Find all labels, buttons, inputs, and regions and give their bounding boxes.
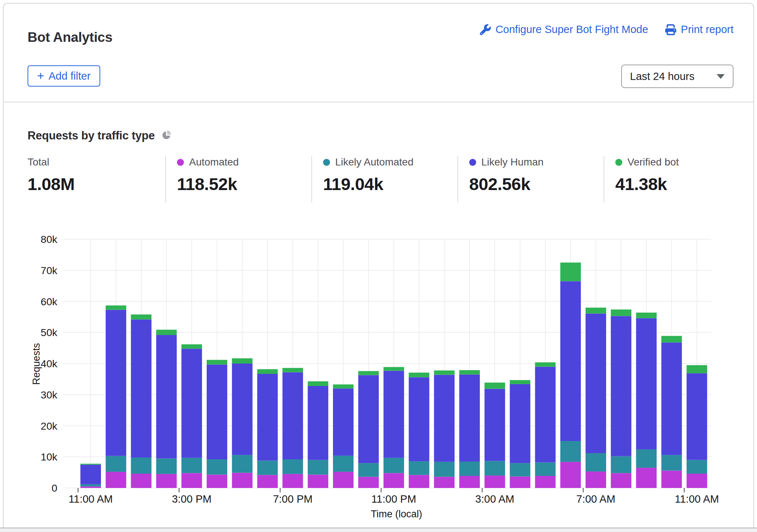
bar-segment-likely-automated[interactable] xyxy=(611,456,631,473)
bar-segment-likely-automated[interactable] xyxy=(687,460,707,474)
bar-segment-verified-bot[interactable] xyxy=(459,370,480,375)
bar-segment-verified-bot[interactable] xyxy=(510,380,530,384)
time-range-dropdown[interactable]: Last 24 hours xyxy=(621,65,734,88)
bar-segment-likely-human[interactable] xyxy=(535,367,555,462)
bar-segment-likely-human[interactable] xyxy=(611,316,631,456)
bar-segment-likely-human[interactable] xyxy=(106,310,126,456)
bar-segment-automated[interactable] xyxy=(131,474,152,488)
bar-segment-likely-automated[interactable] xyxy=(232,455,253,473)
bar-segment-automated[interactable] xyxy=(459,476,480,488)
stat-likely-human[interactable]: Likely Human 802.56k xyxy=(469,156,544,194)
bar-segment-verified-bot[interactable] xyxy=(282,368,303,372)
bar-segment-automated[interactable] xyxy=(485,475,505,488)
bar-segment-likely-human[interactable] xyxy=(207,365,227,459)
bar-segment-likely-automated[interactable] xyxy=(560,441,581,462)
bar-segment-likely-automated[interactable] xyxy=(384,458,404,473)
bar-segment-likely-human[interactable] xyxy=(459,375,480,462)
bar-segment-likely-automated[interactable] xyxy=(434,462,454,477)
bar-segment-automated[interactable] xyxy=(207,475,227,488)
bar-segment-likely-automated[interactable] xyxy=(485,461,505,475)
bar-segment-automated[interactable] xyxy=(687,474,707,488)
bar-segment-automated[interactable] xyxy=(333,472,354,488)
bar-segment-automated[interactable] xyxy=(181,473,202,488)
bar-segment-likely-automated[interactable] xyxy=(661,455,682,470)
bar-segment-likely-human[interactable] xyxy=(586,314,606,453)
bar-segment-likely-automated[interactable] xyxy=(333,456,354,472)
bar-segment-likely-human[interactable] xyxy=(257,374,278,460)
bar-segment-verified-bot[interactable] xyxy=(232,358,253,364)
bar-segment-verified-bot[interactable] xyxy=(535,362,555,367)
bar-segment-automated[interactable] xyxy=(282,474,303,488)
bar-segment-verified-bot[interactable] xyxy=(80,464,101,465)
bar-segment-likely-human[interactable] xyxy=(434,375,454,462)
bar-segment-automated[interactable] xyxy=(358,477,379,488)
bar-segment-automated[interactable] xyxy=(535,476,555,488)
bar-segment-verified-bot[interactable] xyxy=(156,330,177,335)
bar-segment-automated[interactable] xyxy=(636,468,657,488)
bar-segment-verified-bot[interactable] xyxy=(434,371,454,375)
bar-segment-likely-automated[interactable] xyxy=(131,458,152,474)
bar-segment-likely-automated[interactable] xyxy=(207,459,227,475)
bar-segment-likely-automated[interactable] xyxy=(282,459,303,474)
bar-segment-automated[interactable] xyxy=(510,477,530,488)
bar-segment-automated[interactable] xyxy=(308,475,328,488)
bar-segment-verified-bot[interactable] xyxy=(586,307,606,313)
bar-segment-likely-automated[interactable] xyxy=(156,458,177,474)
bar-segment-likely-automated[interactable] xyxy=(181,458,202,473)
bar-segment-automated[interactable] xyxy=(586,471,606,488)
bar-segment-likely-automated[interactable] xyxy=(308,460,328,475)
bar-segment-likely-human[interactable] xyxy=(384,371,404,458)
bar-segment-automated[interactable] xyxy=(257,475,278,488)
bar-segment-likely-human[interactable] xyxy=(308,386,328,460)
stat-verified-bot[interactable]: Verified bot 41.38k xyxy=(615,156,679,194)
bar-segment-likely-human[interactable] xyxy=(80,464,101,484)
bar-segment-verified-bot[interactable] xyxy=(257,369,278,374)
bar-segment-automated[interactable] xyxy=(661,471,682,488)
bar-segment-verified-bot[interactable] xyxy=(687,365,707,373)
bar-segment-likely-human[interactable] xyxy=(661,342,682,455)
bar-segment-likely-human[interactable] xyxy=(131,320,152,458)
bar-segment-likely-human[interactable] xyxy=(687,373,707,460)
bar-segment-likely-human[interactable] xyxy=(181,349,202,458)
bar-segment-likely-automated[interactable] xyxy=(535,463,555,476)
bar-segment-automated[interactable] xyxy=(156,474,177,488)
bar-segment-likely-automated[interactable] xyxy=(106,456,126,472)
bar-segment-verified-bot[interactable] xyxy=(384,367,404,371)
print-report-link[interactable]: Print report xyxy=(665,23,734,36)
bar-segment-verified-bot[interactable] xyxy=(358,371,379,375)
bar-segment-likely-human[interactable] xyxy=(510,384,530,463)
bar-segment-likely-automated[interactable] xyxy=(510,463,530,476)
stat-automated[interactable]: Automated 118.52k xyxy=(177,156,239,194)
bar-segment-verified-bot[interactable] xyxy=(131,314,152,320)
bar-segment-likely-automated[interactable] xyxy=(586,453,606,471)
bar-segment-likely-human[interactable] xyxy=(409,377,429,461)
bar-segment-likely-automated[interactable] xyxy=(409,461,429,475)
add-filter-button[interactable]: + Add filter xyxy=(28,65,100,87)
bar-segment-likely-automated[interactable] xyxy=(257,460,278,475)
bar-segment-verified-bot[interactable] xyxy=(106,306,126,310)
bar-segment-likely-human[interactable] xyxy=(232,364,253,455)
bar-segment-likely-human[interactable] xyxy=(485,389,505,461)
configure-super-bot-fight-mode-link[interactable]: Configure Super Bot Fight Mode xyxy=(480,23,648,36)
bar-segment-verified-bot[interactable] xyxy=(207,360,227,365)
bar-segment-verified-bot[interactable] xyxy=(333,385,354,389)
bar-segment-verified-bot[interactable] xyxy=(308,381,328,386)
bar-segment-likely-human[interactable] xyxy=(560,281,581,441)
bar-segment-likely-human[interactable] xyxy=(282,372,303,459)
bar-segment-verified-bot[interactable] xyxy=(485,383,505,389)
bar-segment-likely-automated[interactable] xyxy=(459,462,480,476)
bar-segment-verified-bot[interactable] xyxy=(409,373,429,378)
bar-segment-likely-automated[interactable] xyxy=(358,463,379,477)
bar-segment-verified-bot[interactable] xyxy=(611,310,631,316)
bar-segment-verified-bot[interactable] xyxy=(181,344,202,349)
bar-segment-likely-human[interactable] xyxy=(358,375,379,463)
bar-segment-automated[interactable] xyxy=(560,462,581,488)
bar-segment-automated[interactable] xyxy=(434,477,454,488)
bar-segment-automated[interactable] xyxy=(232,473,253,488)
stat-likely-automated[interactable]: Likely Automated 119.04k xyxy=(323,156,413,194)
bar-segment-verified-bot[interactable] xyxy=(560,263,581,281)
bar-segment-likely-human[interactable] xyxy=(636,318,657,449)
bar-segment-likely-human[interactable] xyxy=(156,335,177,458)
bar-segment-verified-bot[interactable] xyxy=(636,313,657,318)
bar-segment-automated[interactable] xyxy=(409,475,429,488)
